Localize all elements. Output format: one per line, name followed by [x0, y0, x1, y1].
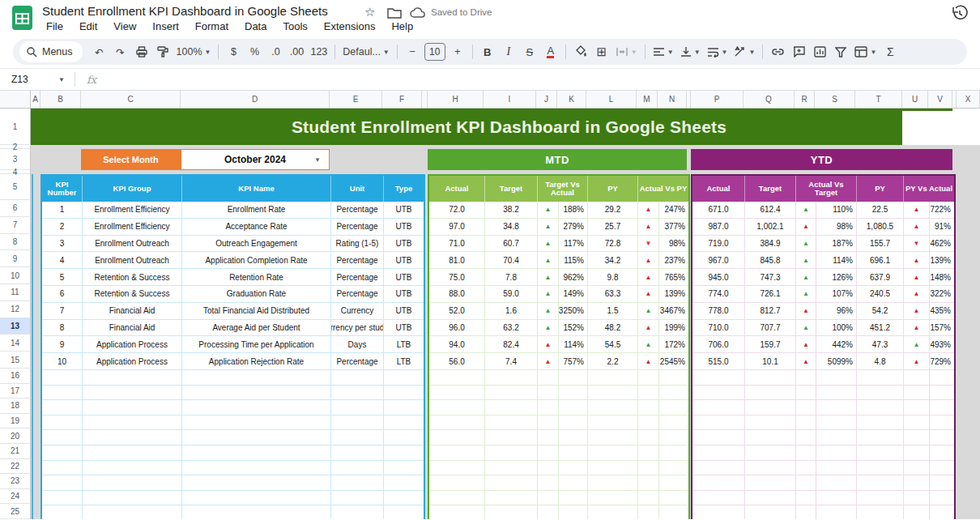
- column-header-l[interactable]: L: [586, 91, 637, 108]
- empty-cell[interactable]: [559, 400, 588, 416]
- kpi-unit-cell[interactable]: Percentage: [331, 269, 384, 286]
- mtd-avpy-indicator-cell[interactable]: ▲: [638, 353, 659, 370]
- kpi-name-cell[interactable]: Retention Rate: [182, 269, 331, 286]
- ytd-actual-cell[interactable]: 671.0: [692, 202, 745, 219]
- empty-cell[interactable]: [745, 400, 796, 416]
- column-header-b[interactable]: B: [40, 91, 81, 108]
- ytd-actual-cell[interactable]: 774.0: [692, 286, 745, 303]
- ytd-col-header[interactable]: Target: [745, 176, 796, 202]
- mtd-actual-cell[interactable]: 96.0: [429, 320, 485, 337]
- empty-cell[interactable]: [857, 386, 904, 401]
- functions-button[interactable]: Σ: [880, 42, 900, 62]
- mtd-col-header[interactable]: Actual: [429, 176, 485, 202]
- ytd-avt-indicator-cell[interactable]: ▲: [796, 219, 816, 236]
- mtd-target-cell[interactable]: 1.6: [485, 303, 538, 320]
- ytd-target-cell[interactable]: 1,002.1: [745, 219, 796, 236]
- empty-cell[interactable]: [331, 400, 384, 416]
- column-header-hidden[interactable]: [422, 91, 428, 108]
- mtd-avpy-indicator-cell[interactable]: ▲: [638, 219, 659, 236]
- empty-cell[interactable]: [384, 491, 424, 506]
- kpi-group-cell[interactable]: Retention & Success: [83, 286, 182, 303]
- print-button[interactable]: [132, 42, 151, 62]
- ytd-pyva-cell[interactable]: 91%: [930, 219, 954, 236]
- mtd-col-header[interactable]: Target: [485, 176, 538, 202]
- column-header-t[interactable]: T: [855, 91, 902, 108]
- ytd-avt-indicator-cell[interactable]: ▲: [796, 252, 816, 269]
- kpi-group-cell[interactable]: Enrollment Outreach: [83, 236, 182, 253]
- ytd-avt-cell[interactable]: 114%: [816, 252, 857, 269]
- kpi-group-cell[interactable]: Enrollment Efficiency: [83, 202, 182, 219]
- empty-cell[interactable]: [659, 445, 688, 461]
- format-currency-button[interactable]: $: [224, 42, 243, 62]
- version-history-icon[interactable]: [951, 5, 969, 23]
- kpi-group-cell[interactable]: Enrollment Outreach: [83, 252, 182, 269]
- mtd-py-cell[interactable]: 29.2: [588, 202, 638, 219]
- mtd-avpy-cell[interactable]: 98%: [659, 236, 688, 253]
- mtd-target-cell[interactable]: 34.8: [485, 219, 538, 236]
- mtd-target-cell[interactable]: 82.4: [485, 336, 538, 353]
- empty-cell[interactable]: [538, 445, 559, 461]
- empty-cell[interactable]: [384, 430, 424, 445]
- horizontal-align-button[interactable]: ▼: [650, 42, 676, 62]
- mtd-avpy-indicator-cell[interactable]: ▲: [638, 336, 659, 353]
- column-header-q[interactable]: Q: [744, 91, 795, 108]
- kpi-group-cell[interactable]: Application Process: [83, 353, 182, 370]
- empty-cell[interactable]: [42, 491, 83, 506]
- empty-cell[interactable]: [559, 430, 588, 445]
- empty-cell[interactable]: [429, 370, 485, 386]
- empty-cell[interactable]: [692, 475, 745, 491]
- empty-cell[interactable]: [816, 461, 857, 476]
- empty-cell[interactable]: [930, 491, 954, 506]
- undo-button[interactable]: ↶: [90, 42, 109, 62]
- empty-cell[interactable]: [857, 445, 904, 461]
- ytd-avt-indicator-cell[interactable]: ▲: [796, 202, 816, 219]
- ytd-avt-indicator-cell[interactable]: ▲: [796, 353, 816, 370]
- empty-cell[interactable]: [485, 475, 538, 491]
- empty-cell[interactable]: [538, 475, 559, 491]
- merge-cells-button[interactable]: ▼: [613, 42, 640, 62]
- kpi-number-cell[interactable]: 6: [42, 286, 83, 303]
- empty-cell[interactable]: [904, 370, 930, 386]
- mtd-avpy-cell[interactable]: 172%: [659, 336, 688, 353]
- empty-cell[interactable]: [384, 416, 424, 431]
- empty-cell[interactable]: [182, 445, 331, 461]
- format-percent-button[interactable]: %: [245, 42, 264, 62]
- mtd-actual-cell[interactable]: 72.0: [429, 202, 485, 219]
- ytd-avt-cell[interactable]: 442%: [816, 336, 857, 353]
- empty-cell[interactable]: [83, 475, 182, 491]
- empty-cell[interactable]: [182, 386, 331, 401]
- empty-cell[interactable]: [692, 386, 745, 401]
- column-header-m[interactable]: M: [637, 91, 658, 108]
- empty-cell[interactable]: [904, 491, 930, 506]
- empty-cell[interactable]: [930, 400, 954, 416]
- empty-cell[interactable]: [331, 430, 384, 445]
- empty-cell[interactable]: [857, 416, 904, 431]
- search-menus-button[interactable]: Menus: [19, 41, 83, 62]
- empty-cell[interactable]: [83, 416, 182, 431]
- column-header-j[interactable]: J: [536, 91, 557, 108]
- empty-cell[interactable]: [796, 430, 816, 445]
- create-filter-button[interactable]: [831, 42, 850, 62]
- empty-cell[interactable]: [42, 370, 83, 386]
- font-size-input[interactable]: 10: [424, 43, 445, 61]
- kpi-type-cell[interactable]: LTB: [384, 353, 424, 370]
- empty-cell[interactable]: [588, 491, 638, 506]
- empty-cell[interactable]: [659, 416, 688, 431]
- name-box[interactable]: Z13 ▼: [0, 74, 71, 85]
- empty-cell[interactable]: [904, 430, 930, 445]
- ytd-py-cell[interactable]: 451.2: [857, 320, 904, 337]
- ytd-table[interactable]: ActualTargetActual Vs TargetPYPY Vs Actu…: [691, 174, 956, 519]
- kpi-type-cell[interactable]: UTB: [384, 303, 424, 320]
- empty-cell[interactable]: [538, 386, 559, 401]
- empty-cell[interactable]: [796, 491, 816, 506]
- empty-cell[interactable]: [930, 475, 954, 491]
- kpi-group-cell[interactable]: Application Process: [83, 336, 182, 353]
- ytd-avt-cell[interactable]: 98%: [816, 219, 857, 236]
- kpi-number-cell[interactable]: 7: [42, 303, 83, 320]
- column-header-f[interactable]: F: [382, 91, 422, 108]
- ytd-pyva-indicator-cell[interactable]: ▲: [904, 286, 930, 303]
- ytd-actual-cell[interactable]: 719.0: [692, 236, 745, 253]
- empty-cell[interactable]: [904, 475, 930, 491]
- empty-cell[interactable]: [638, 461, 659, 476]
- empty-cell[interactable]: [42, 475, 83, 491]
